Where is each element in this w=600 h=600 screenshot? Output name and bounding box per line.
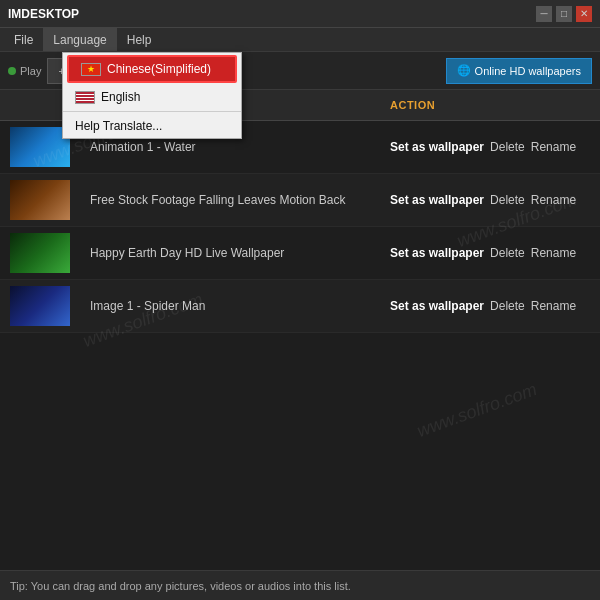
title-bar: IMDESKTOP ─ □ ✕ <box>0 0 600 28</box>
thumbnail-cell <box>0 226 80 279</box>
language-dropdown: ★ Chinese(Simplified) English Help Trans… <box>62 52 242 139</box>
set-wallpaper-button[interactable]: Set as wallpaper <box>390 193 484 207</box>
set-wallpaper-button[interactable]: Set as wallpaper <box>390 299 484 313</box>
dropdown-item-chinese[interactable]: ★ Chinese(Simplified) <box>67 55 237 83</box>
rename-button[interactable]: Rename <box>531 193 576 207</box>
action-cell: Set as wallpaperDeleteRename <box>380 279 600 332</box>
play-area: Play <box>8 65 41 77</box>
watermark-4: www.solfro.com <box>414 379 540 442</box>
wallpaper-name: Animation 1 - Water <box>90 140 196 154</box>
delete-button[interactable]: Delete <box>490 140 525 154</box>
wallpaper-name: Image 1 - Spider Man <box>90 299 205 313</box>
dropdown-divider <box>63 111 241 112</box>
dropdown-item-help-translate[interactable]: Help Translate... <box>63 114 241 138</box>
flag-cn-icon: ★ <box>81 63 101 76</box>
wallpaper-name-cell: Happy Earth Day HD Live Wallpaper <box>80 226 380 279</box>
maximize-button[interactable]: □ <box>556 6 572 22</box>
thumbnail-spiderman <box>10 286 70 326</box>
action-cell: Set as wallpaperDeleteRename <box>380 120 600 173</box>
table-row: Free Stock Footage Falling Leaves Motion… <box>0 173 600 226</box>
wallpaper-table-container: www.solfro.com www.solfro.com www.solfro… <box>0 90 600 520</box>
menu-bar: File Language Help ★ Chinese(Simplified)… <box>0 28 600 52</box>
table-row: Image 1 - Spider ManSet as wallpaperDele… <box>0 279 600 332</box>
dropdown-item-english[interactable]: English <box>63 85 241 109</box>
flag-us-icon <box>75 91 95 104</box>
wallpaper-name-cell: Free Stock Footage Falling Leaves Motion… <box>80 173 380 226</box>
table-row: Happy Earth Day HD Live WallpaperSet as … <box>0 226 600 279</box>
delete-button[interactable]: Delete <box>490 246 525 260</box>
wallpaper-name: Free Stock Footage Falling Leaves Motion… <box>90 193 345 207</box>
play-label: Play <box>20 65 41 77</box>
thumbnail-water <box>10 127 70 167</box>
minimize-button[interactable]: ─ <box>536 6 552 22</box>
wallpaper-name-cell: Image 1 - Spider Man <box>80 279 380 332</box>
status-tip: Tip: You can drag and drop any pictures,… <box>10 580 351 592</box>
rename-button[interactable]: Rename <box>531 299 576 313</box>
wallpaper-name: Happy Earth Day HD Live Wallpaper <box>90 246 284 260</box>
close-button[interactable]: ✕ <box>576 6 592 22</box>
action-cell: Set as wallpaperDeleteRename <box>380 173 600 226</box>
set-wallpaper-button[interactable]: Set as wallpaper <box>390 246 484 260</box>
thumbnail-cell <box>0 279 80 332</box>
set-wallpaper-button[interactable]: Set as wallpaper <box>390 140 484 154</box>
menu-language[interactable]: Language <box>43 28 116 51</box>
menu-file[interactable]: File <box>4 28 43 51</box>
action-cell: Set as wallpaperDeleteRename <box>380 226 600 279</box>
delete-button[interactable]: Delete <box>490 299 525 313</box>
menu-help[interactable]: Help <box>117 28 162 51</box>
thumbnail-earth <box>10 233 70 273</box>
title-controls: ─ □ ✕ <box>536 6 592 22</box>
globe-icon: 🌐 <box>457 64 471 77</box>
thumbnail-leaves <box>10 180 70 220</box>
online-wallpapers-button[interactable]: 🌐 Online HD wallpapers <box>446 58 592 84</box>
rename-button[interactable]: Rename <box>531 246 576 260</box>
status-bar: Tip: You can drag and drop any pictures,… <box>0 570 600 600</box>
thumbnail-cell <box>0 173 80 226</box>
play-indicator <box>8 67 16 75</box>
app-title: IMDESKTOP <box>8 7 536 21</box>
rename-button[interactable]: Rename <box>531 140 576 154</box>
delete-button[interactable]: Delete <box>490 193 525 207</box>
col-header-action: ACTION <box>380 90 600 120</box>
